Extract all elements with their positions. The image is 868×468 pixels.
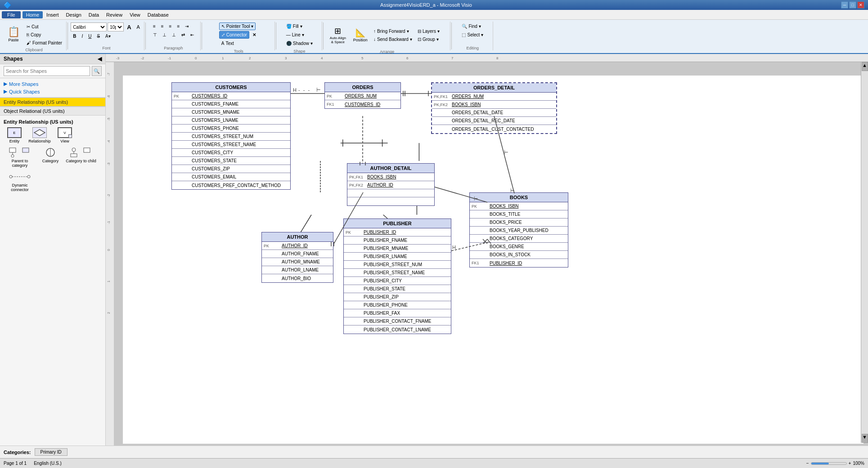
menu-database[interactable]: Database: [144, 11, 172, 18]
format-painter-button[interactable]: 🖌 Format Painter: [24, 39, 64, 47]
send-backward-button[interactable]: ↓ Send Backward ▾: [371, 36, 414, 43]
shape-category-to-child[interactable]: Category to child: [65, 147, 97, 168]
orders-detail-pkfk2-field[interactable]: BOOKS_ISBN: [452, 102, 481, 107]
valign-top-button[interactable]: ⊤: [151, 31, 159, 39]
svg-text:H: H: [452, 245, 456, 250]
italic-button[interactable]: I: [79, 32, 85, 40]
bullet-list-button[interactable]: ≡: [175, 22, 182, 30]
books-pk-field[interactable]: BOOKS_ISBN: [490, 204, 518, 209]
primary-id-button[interactable]: Primary ID: [35, 448, 67, 456]
author-pk-field[interactable]: AUTHOR_ID: [282, 243, 308, 248]
indent-button[interactable]: ⇥: [183, 22, 191, 30]
copy-button[interactable]: ⎘ Copy: [24, 31, 64, 39]
menu-home[interactable]: Home: [22, 11, 43, 18]
align-center-button[interactable]: ≡: [159, 22, 166, 30]
orders-table[interactable]: ORDERS PK ORDERS_NUM FK1 CUSTOMERS_ID: [324, 82, 401, 109]
position-button[interactable]: 📐 Position: [351, 22, 370, 48]
svg-text:8: 8: [496, 56, 499, 60]
search-input[interactable]: [4, 66, 90, 76]
connector-close-button[interactable]: ✕: [250, 31, 258, 39]
valign-bottom-button[interactable]: ⊥: [170, 31, 178, 39]
canvas-page[interactable]: H - - -: [123, 76, 864, 444]
zoom-slider[interactable]: [811, 462, 847, 465]
search-button[interactable]: 🔍: [92, 66, 102, 76]
strikethrough-button[interactable]: S: [94, 32, 102, 40]
orders-pk-row: PK ORDERS_NUM: [325, 92, 400, 100]
menu-data[interactable]: Data: [85, 11, 103, 18]
font-name-select[interactable]: Calibri: [71, 22, 107, 31]
zoom-in-button[interactable]: +: [849, 461, 851, 466]
shape-category[interactable]: Category: [40, 147, 61, 168]
more-shapes-link[interactable]: ▶ More Shapes: [4, 80, 102, 88]
scroll-up-button[interactable]: ▲: [862, 62, 868, 71]
auto-align-space-button[interactable]: ⊞ Auto Align & Space: [326, 22, 350, 48]
bold-button[interactable]: B: [71, 32, 78, 40]
svg-text:-2: -2: [107, 194, 110, 197]
pointer-tool-button[interactable]: ↖ Pointer Tool ▾: [219, 22, 256, 30]
author-detail-pkfk1-field[interactable]: BOOKS_ISBN: [367, 174, 396, 179]
orders-fk-field[interactable]: CUSTOMERS_ID: [345, 102, 380, 107]
customers-pk-field[interactable]: CUSTOMERS_ID: [192, 94, 227, 98]
bring-forward-button[interactable]: ↑ Bring Forward ▾: [371, 27, 414, 35]
author-detail-pkfk2-field[interactable]: AUTHOR_ID: [367, 183, 393, 187]
orders-detail-table[interactable]: ORDERS_DETAIL PK,FK1 ORDERS_NUM PK,FK2 B…: [431, 82, 557, 134]
shadow-button[interactable]: 🌑 Shadow ▾: [284, 40, 315, 47]
align-left-button[interactable]: ≡: [151, 22, 158, 30]
align-right-button[interactable]: ≡: [167, 22, 174, 30]
quick-shapes-link[interactable]: ▶ Quick Shapes: [4, 88, 102, 95]
zoom-out-button[interactable]: −: [806, 461, 809, 466]
canvas-area[interactable]: -3 -2 -1 0 1 2 3 4 5 6 7 8 -7 -6 -5 -4: [106, 54, 868, 453]
maximize-button[interactable]: □: [849, 1, 856, 9]
layers-button[interactable]: ⊟ Layers ▾: [415, 27, 442, 35]
books-table[interactable]: BOOKS PK BOOKS_ISBN BOOKS_TITLE BOOKS_PR…: [469, 192, 568, 267]
category-object-relational[interactable]: Object Relational (US units): [0, 107, 105, 116]
author-table[interactable]: AUTHOR PK AUTHOR_ID AUTHOR_FNAME AUTHOR_…: [261, 232, 333, 283]
canvas-inner[interactable]: H - - -: [114, 62, 868, 453]
text-dir-button[interactable]: ⇄: [179, 31, 187, 39]
underline-button[interactable]: U: [86, 32, 94, 40]
ruler-horizontal: -3 -2 -1 0 1 2 3 4 5 6 7 8: [106, 54, 868, 62]
menu-file[interactable]: File: [2, 11, 21, 18]
books-fk-field[interactable]: PUBLISHER_ID: [490, 261, 522, 266]
ribbon-divider-3: [202, 22, 202, 49]
close-button[interactable]: ✕: [857, 1, 864, 9]
shape-label: Shape: [279, 49, 320, 53]
menu-design[interactable]: Design: [63, 11, 85, 18]
decrease-indent-button[interactable]: ⇤: [188, 31, 196, 39]
author-detail-table[interactable]: AUTHOR_DETAIL PK,FK1 BOOKS_ISBN PK,FK2 A…: [347, 163, 435, 206]
fill-button[interactable]: 🪣 Fill ▾: [284, 22, 315, 30]
cut-button[interactable]: ✂ Cut: [24, 23, 64, 31]
menu-review[interactable]: Review: [103, 11, 126, 18]
find-button[interactable]: 🔍 Find ▾: [459, 22, 486, 30]
scroll-down-button[interactable]: ▼: [862, 434, 868, 443]
decrease-font-button[interactable]: A: [135, 23, 142, 31]
paste-button[interactable]: 📋 Paste: [4, 22, 23, 47]
line-button[interactable]: ― Line ▾: [284, 31, 315, 39]
shape-dynamic-connector[interactable]: Dynamic connector: [4, 171, 36, 192]
increase-font-button[interactable]: A: [125, 23, 133, 31]
shape-relationship[interactable]: Relationship: [29, 127, 50, 143]
publisher-pk-field[interactable]: PUBLISHER_ID: [364, 230, 396, 235]
shape-entity[interactable]: E Entity: [4, 127, 25, 143]
valign-middle-button[interactable]: ⊥: [160, 31, 169, 39]
category-entity-relationship[interactable]: Entity Relationship (US units): [0, 98, 105, 107]
text-button[interactable]: A Text: [219, 40, 236, 47]
menu-view[interactable]: View: [126, 11, 144, 18]
scrollbar-right[interactable]: ▲ ▼: [861, 62, 868, 443]
font-size-select[interactable]: 10pt.: [108, 22, 124, 31]
shape-parent-to-category[interactable]: Parent to category: [4, 147, 36, 168]
publisher-table[interactable]: PUBLISHER PK PUBLISHER_ID PUBLISHER_FNAM…: [343, 218, 451, 334]
connector-button[interactable]: ⤢ Connector: [219, 31, 249, 39]
arrange-group: ⊞ Auto Align & Space 📐 Position ↑ Bring …: [324, 22, 450, 50]
shape-view[interactable]: V View: [54, 127, 76, 143]
minimize-button[interactable]: ─: [841, 1, 848, 9]
sidebar-collapse-button[interactable]: ◀: [98, 56, 102, 62]
menu-insert[interactable]: Insert: [43, 11, 63, 18]
orders-detail-pkfk1-field[interactable]: ORDERS_NUM: [452, 94, 484, 99]
svg-rect-4: [22, 148, 29, 152]
orders-pk-field[interactable]: ORDERS_NUM: [345, 94, 377, 98]
font-color-button[interactable]: A▾: [103, 32, 113, 40]
group-button[interactable]: ⊡ Group ▾: [415, 36, 442, 43]
select-button[interactable]: ⬚ Select ▾: [459, 31, 486, 39]
customers-table[interactable]: CUSTOMERS PK CUSTOMERS_ID CUSTOMERS_FNAM…: [171, 82, 291, 190]
